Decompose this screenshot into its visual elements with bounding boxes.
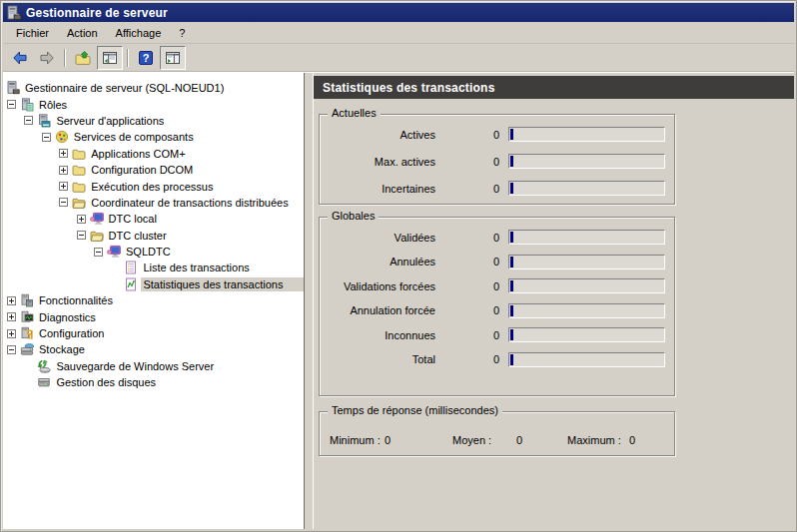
collapse-minus-icon[interactable] xyxy=(42,133,51,142)
folder-open-icon xyxy=(72,196,86,210)
progress-fill xyxy=(510,129,513,140)
tree-item-serveur-d-applications[interactable]: Serveur d'applications xyxy=(3,113,304,129)
server-manager-window: Gestionnaire de serveur Fichier Action A… xyxy=(0,0,797,532)
stat-row-total: Total0 xyxy=(321,352,674,367)
collapse-minus-icon[interactable] xyxy=(24,116,33,125)
configuration-icon xyxy=(20,326,34,340)
title-bar[interactable]: Gestionnaire de serveur xyxy=(3,3,794,22)
tree-item-execution-des-processus[interactable]: Exécution des processus xyxy=(3,178,304,194)
tree-item-statistiques-des-transactions[interactable]: Statistiques des transactions xyxy=(3,276,304,292)
progress-bar xyxy=(508,127,665,142)
time-stat-value: 0 xyxy=(516,434,522,446)
expand-plus-icon[interactable] xyxy=(59,182,68,191)
expand-plus-icon[interactable] xyxy=(59,166,68,175)
progress-fill xyxy=(510,183,513,194)
tree-item-stockage[interactable]: Stockage xyxy=(3,341,304,357)
tree-item-label: Gestion des disques xyxy=(54,375,158,389)
tree-item-label: Serveur d'applications xyxy=(54,114,166,128)
stat-value: 0 xyxy=(435,353,499,365)
collapse-minus-icon[interactable] xyxy=(77,231,86,240)
time-stat-value: 0 xyxy=(385,434,391,446)
tree-item-label: Liste des transactions xyxy=(141,261,251,274)
expand-plus-icon[interactable] xyxy=(7,296,16,305)
progress-fill xyxy=(510,232,513,243)
progress-bar xyxy=(508,327,665,342)
expand-plus-icon[interactable] xyxy=(7,329,16,338)
tree-item-roles[interactable]: Rôles xyxy=(3,96,304,112)
menu-affichage[interactable]: Affichage xyxy=(107,24,171,42)
expand-plus-icon[interactable] xyxy=(7,312,16,321)
tree-item-label: Gestionnaire de serveur (SQL-NOEUD1) xyxy=(23,81,226,95)
diagnostics-icon xyxy=(20,310,34,324)
stat-value: 0 xyxy=(435,156,499,168)
stat-value: 0 xyxy=(435,129,499,141)
pane-splitter[interactable] xyxy=(305,73,314,529)
tree-item-applications-com[interactable]: Applications COM+ xyxy=(3,146,304,162)
help-button[interactable]: ? xyxy=(133,46,159,70)
stat-label: Annulées xyxy=(321,256,435,267)
back-arrow-icon xyxy=(12,50,28,66)
action-pane-icon xyxy=(165,50,181,66)
roles-icon xyxy=(20,98,34,112)
server-manager-icon xyxy=(6,81,20,95)
time-stat-label: Maximum : xyxy=(567,434,621,446)
group-actuelles: Actuelles Actives0Max. actives0Incertain… xyxy=(319,114,675,205)
show-hide-console-tree-button[interactable] xyxy=(97,46,123,70)
show-hide-action-pane-button[interactable] xyxy=(160,46,186,70)
tree-item-sqldtc[interactable]: SQLDTC xyxy=(3,244,304,260)
expand-plus-icon[interactable] xyxy=(59,149,68,158)
up-one-level-button[interactable] xyxy=(70,46,96,70)
stat-value: 0 xyxy=(435,232,499,244)
help-icon: ? xyxy=(138,50,154,66)
stat-row-annulation-forcee: Annulation forcée0 xyxy=(321,303,674,318)
tree-item-configuration-dcom[interactable]: Configuration DCOM xyxy=(3,162,304,178)
group-title: Temps de réponse (millisecondes) xyxy=(328,404,502,416)
tree-item-dtc-local[interactable]: DTC local xyxy=(3,211,304,227)
tree-item-label: Stockage xyxy=(37,342,87,356)
tree-item-label: SQLDTC xyxy=(124,245,173,259)
response-stats: Minimum :0Moyen :0Maximum :0 xyxy=(320,424,674,454)
features-icon xyxy=(20,293,34,307)
forward-button[interactable] xyxy=(34,46,60,70)
stat-label: Total xyxy=(321,353,435,365)
stat-label: Actives xyxy=(321,129,435,141)
tree-item-fonctionnalites[interactable]: Fonctionnalités xyxy=(3,292,304,308)
tree-item-sauvegarde-de-windows-server[interactable]: Sauvegarde de Windows Server xyxy=(3,358,304,374)
toolbar-separator xyxy=(127,49,129,67)
toolbar-separator xyxy=(64,49,66,67)
tree-item-gestionnaire-de-serveur-sql-noeud1[interactable]: Gestionnaire de serveur (SQL-NOEUD1) xyxy=(3,80,304,96)
tree-item-liste-des-transactions[interactable]: Liste des transactions xyxy=(3,260,304,275)
progress-bar xyxy=(508,255,665,269)
progress-bar xyxy=(508,278,665,293)
back-button[interactable] xyxy=(7,46,33,70)
transaction-stats-icon xyxy=(124,277,138,291)
tree-item-configuration[interactable]: Configuration xyxy=(3,325,304,341)
backup-icon xyxy=(37,359,51,373)
tree-item-diagnostics[interactable]: Diagnostics xyxy=(3,308,304,324)
tree-item-label: Rôles xyxy=(37,98,69,112)
menu-fichier[interactable]: Fichier xyxy=(7,24,58,42)
stat-row-max-actives: Max. actives0 xyxy=(321,154,674,169)
collapse-minus-icon[interactable] xyxy=(7,345,16,354)
tree-item-services-de-composants[interactable]: Services de composants xyxy=(3,129,304,145)
menu-help[interactable]: ? xyxy=(170,24,194,42)
tree-item-label: Fonctionnalités xyxy=(37,293,115,307)
component-services-icon xyxy=(55,130,69,144)
tree-item-label: Configuration xyxy=(37,326,106,340)
panel-body: Actuelles Actives0Max. actives0Incertain… xyxy=(314,99,794,529)
collapse-minus-icon[interactable] xyxy=(94,248,103,257)
tree-item-gestion-des-disques[interactable]: Gestion des disques xyxy=(3,374,304,390)
progress-bar xyxy=(508,230,665,245)
expand-plus-icon[interactable] xyxy=(77,215,86,224)
collapse-minus-icon[interactable] xyxy=(7,100,16,109)
tree-item-dtc-cluster[interactable]: DTC cluster xyxy=(3,228,304,244)
stat-row-annulees: Annulées0 xyxy=(321,255,674,269)
toolbar: ? xyxy=(3,44,794,72)
menu-action[interactable]: Action xyxy=(58,24,107,42)
tree-item-coordinateur-de-transactions-distribuees[interactable]: Coordinateur de transactions distribuées xyxy=(3,195,304,211)
progress-fill xyxy=(510,280,513,291)
stat-value: 0 xyxy=(435,256,499,267)
tree-item-label: Statistiques des transactions xyxy=(141,277,304,291)
menu-bar: Fichier Action Affichage ? xyxy=(3,22,794,44)
collapse-minus-icon[interactable] xyxy=(59,198,68,207)
